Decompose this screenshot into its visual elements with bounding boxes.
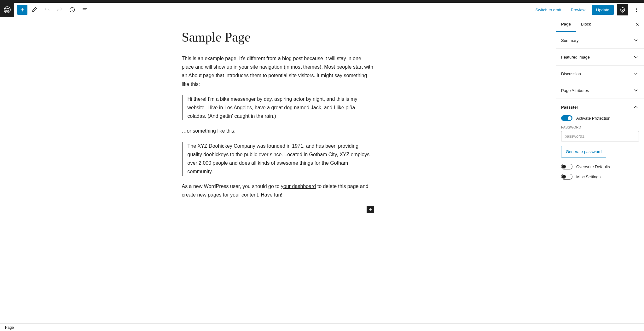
redo-icon (56, 7, 63, 13)
svg-point-3 (636, 8, 637, 9)
misc-settings-toggle[interactable] (561, 174, 572, 180)
paragraph-block[interactable]: As a new WordPress user, you should go t… (182, 182, 374, 199)
dots-vertical-icon (633, 7, 640, 13)
misc-settings-row: Misc Settings (561, 174, 639, 180)
panel-title: Discussion (561, 71, 581, 76)
panel-discussion: Discussion (556, 66, 644, 82)
quote-block[interactable]: The XYZ Doohickey Company was founded in… (182, 142, 374, 176)
chevron-down-icon (633, 71, 639, 77)
content-editor[interactable]: Sample Page This is an example page. It'… (0, 17, 556, 323)
tab-page[interactable]: Page (556, 17, 576, 32)
activate-protection-label: Activate Protection (576, 116, 610, 121)
plus-icon (368, 207, 373, 212)
page-title[interactable]: Sample Page (182, 30, 374, 45)
paragraph-block[interactable]: This is an example page. It's different … (182, 54, 374, 88)
svg-point-5 (636, 11, 637, 12)
update-button[interactable]: Update (592, 5, 614, 15)
editor-inner: Sample Page This is an example page. It'… (176, 30, 380, 213)
details-button[interactable] (67, 4, 78, 15)
settings-button[interactable] (617, 4, 628, 15)
paragraph-block[interactable]: …or something like this: (182, 127, 374, 135)
toggle-knob (562, 175, 566, 179)
panel-title: Featured image (561, 55, 590, 60)
main-area: Sample Page This is an example page. It'… (0, 17, 644, 323)
toolbar-right-group: Switch to draft Preview Update (532, 4, 644, 15)
panel-summary: Summary (556, 32, 644, 49)
panel-title: Passster (561, 105, 578, 110)
top-toolbar: Switch to draft Preview Update (0, 3, 644, 17)
close-sidebar-button[interactable] (631, 17, 644, 32)
add-block-button[interactable] (17, 5, 27, 15)
panel-header-featured-image[interactable]: Featured image (556, 49, 644, 65)
activate-protection-row: Activate Protection (561, 115, 639, 121)
svg-point-4 (636, 9, 637, 10)
panel-title: Summary (561, 38, 579, 43)
info-icon (69, 7, 75, 13)
activate-protection-toggle[interactable] (561, 115, 572, 121)
chevron-down-icon (633, 54, 639, 60)
chevron-up-icon (633, 104, 639, 110)
editor-app: Switch to draft Preview Update Sample Pa… (0, 3, 644, 331)
quote-block[interactable]: Hi there! I'm a bike messenger by day, a… (182, 95, 374, 121)
pencil-icon (31, 7, 38, 13)
undo-button[interactable] (41, 4, 53, 15)
overwrite-defaults-label: Overwrite Defaults (576, 164, 610, 169)
svg-point-2 (622, 9, 624, 11)
wordpress-icon (3, 6, 11, 14)
toggle-knob (568, 116, 571, 120)
wp-logo-button[interactable] (0, 3, 14, 17)
tools-button[interactable] (29, 4, 40, 15)
quote-paragraph[interactable]: The XYZ Doohickey Company was founded in… (188, 142, 374, 176)
browser-chrome-strip (0, 0, 644, 3)
list-icon (82, 7, 88, 13)
overwrite-defaults-toggle[interactable] (561, 164, 572, 169)
sidebar-tabs: Page Block (556, 17, 644, 32)
dashboard-link[interactable]: your dashboard (281, 184, 316, 189)
overwrite-defaults-row: Overwrite Defaults (561, 164, 639, 169)
panel-title: Page Attributes (561, 88, 589, 93)
panel-header-summary[interactable]: Summary (556, 32, 644, 49)
generate-password-button[interactable]: Generate password (561, 146, 606, 157)
password-input[interactable] (561, 131, 639, 141)
footer-breadcrumb: Page (0, 323, 644, 331)
password-field-label: PASSWORD (561, 125, 639, 129)
chevron-down-icon (633, 87, 639, 94)
plus-icon (20, 7, 25, 13)
close-icon (635, 22, 640, 27)
breadcrumb-item[interactable]: Page (5, 325, 14, 330)
toggle-knob (562, 165, 566, 168)
panel-passster: Passster Activate Protection PASSWORD Ge… (556, 99, 644, 189)
panel-body-passster: Activate Protection PASSWORD Generate pa… (556, 115, 644, 189)
tab-block[interactable]: Block (576, 17, 596, 32)
paragraph-text: As a new WordPress user, you should go t… (182, 184, 281, 189)
toolbar-left-group (14, 4, 90, 15)
switch-to-draft-button[interactable]: Switch to draft (532, 6, 564, 14)
append-block-button[interactable] (367, 206, 374, 213)
misc-settings-label: Misc Settings (576, 174, 600, 179)
add-block-wrap (182, 206, 374, 213)
gear-icon (619, 7, 626, 13)
list-view-button[interactable] (79, 4, 90, 15)
settings-sidebar: Page Block Summary Featured image (556, 17, 644, 323)
undo-icon (44, 7, 50, 13)
panel-featured-image: Featured image (556, 49, 644, 66)
quote-paragraph[interactable]: Hi there! I'm a bike messenger by day, a… (188, 95, 374, 121)
preview-button[interactable]: Preview (568, 6, 589, 14)
panel-header-discussion[interactable]: Discussion (556, 66, 644, 82)
more-options-button[interactable] (631, 4, 641, 15)
redo-button[interactable] (54, 4, 65, 15)
panel-page-attributes: Page Attributes (556, 82, 644, 99)
panel-header-passster[interactable]: Passster (556, 99, 644, 115)
chevron-down-icon (633, 37, 639, 43)
panel-header-page-attributes[interactable]: Page Attributes (556, 82, 644, 99)
